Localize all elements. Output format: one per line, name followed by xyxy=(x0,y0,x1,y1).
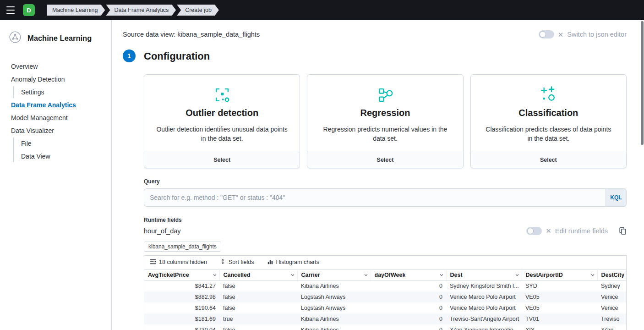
column-header-cancelled[interactable]: Cancelled xyxy=(219,269,297,280)
step-number-badge: 1 xyxy=(123,50,136,62)
vertical-scrollbar[interactable] xyxy=(641,21,644,145)
cell-destcityname: Venice xyxy=(597,292,626,302)
sort-fields-icon xyxy=(220,258,226,266)
table-row[interactable]: $181.69 true Kibana Airlines 0 Treviso-S… xyxy=(144,314,626,324)
sidebar-item-overview[interactable]: Overview xyxy=(7,60,104,72)
sidebar-item-settings[interactable]: Settings xyxy=(17,86,104,98)
toolbar-label: 18 columns hidden xyxy=(159,259,207,265)
breadcrumb: Machine Learning Data Frame Analytics Cr… xyxy=(47,5,219,16)
flights-table: AvgTicketPrice Cancelled Carrier dayOfWe… xyxy=(144,269,626,330)
cell-dayofweek: 0 xyxy=(371,324,446,330)
chevron-down-icon[interactable] xyxy=(290,272,295,278)
hamburger-menu-icon[interactable] xyxy=(6,6,16,14)
toolbar-label: Sort fields xyxy=(229,259,254,265)
json-editor-toggle-control: ✕ Switch to json editor xyxy=(539,30,627,38)
cross-icon: ✕ xyxy=(546,227,551,234)
main-content: Source data view: kibana_sample_data_fli… xyxy=(112,20,644,330)
cell-dest: Treviso-Sant'Angelo Airport xyxy=(446,314,522,324)
classification-icon xyxy=(483,85,614,105)
column-label: Dest xyxy=(450,272,463,278)
card-description: Outlier detection identifies unusual dat… xyxy=(156,125,288,143)
sidebar-item-data-visualizer[interactable]: Data Visualizer xyxy=(7,125,104,137)
cell-avgticketprice: $841.27 xyxy=(144,280,219,292)
select-classification-button[interactable]: Select xyxy=(471,152,626,168)
query-label: Query xyxy=(144,178,627,185)
sidebar-item-file[interactable]: File xyxy=(17,138,104,149)
cell-dest: Venice Marco Polo Airport xyxy=(446,302,522,314)
table-row[interactable]: $730.04 false Kibana Airlines 0 Xi'an Xi… xyxy=(144,324,626,330)
table-header-row: AvgTicketPrice Cancelled Carrier dayOfWe… xyxy=(144,269,626,280)
index-badge: kibana_sample_data_flights xyxy=(144,242,221,252)
chevron-down-icon[interactable] xyxy=(439,272,444,278)
histogram-charts-button[interactable]: Histogram charts xyxy=(267,258,319,266)
column-label: Cancelled xyxy=(224,272,251,278)
sidebar-subgroup-anomaly: Settings xyxy=(13,86,104,98)
columns-hidden-button[interactable]: 18 columns hidden xyxy=(150,258,207,266)
select-regression-button[interactable]: Select xyxy=(307,152,463,168)
card-outlier-detection[interactable]: Outlier detection Outlier detection iden… xyxy=(144,74,300,168)
breadcrumb-machine-learning[interactable]: Machine Learning xyxy=(47,5,105,16)
query-search-input[interactable] xyxy=(144,188,606,207)
breadcrumb-create-job[interactable]: Create job xyxy=(177,5,219,16)
runtime-field-value: hour_of_day xyxy=(144,227,181,235)
cell-destcityname: Treviso xyxy=(597,314,626,324)
cell-destcityname: Xi'an xyxy=(597,324,626,330)
breadcrumb-data-frame-analytics[interactable]: Data Frame Analytics xyxy=(106,5,176,16)
cell-dayofweek: 0 xyxy=(371,302,446,314)
cell-dest: Venice Marco Polo Airport xyxy=(446,292,522,302)
json-editor-toggle-label: Switch to json editor xyxy=(567,31,627,38)
cell-destairportid: SYD xyxy=(522,280,597,292)
space-avatar[interactable]: D xyxy=(23,4,35,16)
cell-dest: Xi'an Xianyang Internatio... xyxy=(446,324,522,330)
cell-destairportid: VE05 xyxy=(522,292,597,302)
toolbar-label: Histogram charts xyxy=(276,259,319,265)
cell-destcityname: Sydney xyxy=(597,280,626,292)
sidebar-item-model-management[interactable]: Model Management xyxy=(7,112,104,124)
kql-button[interactable]: KQL xyxy=(606,188,627,207)
cell-dayofweek: 0 xyxy=(371,292,446,302)
analytics-type-cards: Outlier detection Outlier detection iden… xyxy=(144,74,627,168)
cell-cancelled: false xyxy=(219,302,297,314)
table-row[interactable]: $190.64 false Logstash Airways 0 Venice … xyxy=(144,302,626,314)
cell-destcityname: Venice xyxy=(597,302,626,314)
data-grid-toolbar: 18 columns hidden Sort fields xyxy=(144,256,626,269)
page-title: Configuration xyxy=(144,50,627,62)
chevron-down-icon[interactable] xyxy=(590,272,595,278)
table-row[interactable]: $882.98 false Logstash Airways 0 Venice … xyxy=(144,292,626,302)
column-header-destairportid[interactable]: DestAirportID xyxy=(522,269,597,280)
cell-cancelled: false xyxy=(219,292,297,302)
card-classification[interactable]: Classification Classification predicts c… xyxy=(470,74,627,168)
cell-carrier: Logstash Airways xyxy=(297,302,371,314)
outlier-detection-icon xyxy=(156,85,288,105)
sidebar-item-data-view[interactable]: Data View xyxy=(17,150,104,162)
edit-runtime-fields-toggle-switch[interactable] xyxy=(526,227,542,235)
card-title: Outlier detection xyxy=(156,108,288,118)
sidebar-item-data-frame-analytics[interactable]: Data Frame Analytics xyxy=(7,99,104,111)
cell-cancelled: false xyxy=(219,324,297,330)
sort-fields-button[interactable]: Sort fields xyxy=(220,258,254,266)
cell-destairportid: VE05 xyxy=(522,302,597,314)
card-regression[interactable]: Regression Regression predicts numerical… xyxy=(307,74,463,168)
data-grid: 18 columns hidden Sort fields xyxy=(144,255,627,330)
select-outlier-detection-button[interactable]: Select xyxy=(144,152,300,168)
chevron-down-icon[interactable] xyxy=(212,272,218,278)
column-header-dayofweek[interactable]: dayOfWeek xyxy=(371,269,446,280)
regression-icon xyxy=(319,85,451,105)
column-header-carrier[interactable]: Carrier xyxy=(297,269,371,280)
column-header-avgticketprice[interactable]: AvgTicketPrice xyxy=(144,269,219,280)
chevron-down-icon[interactable] xyxy=(514,272,520,278)
table-row[interactable]: $841.27 false Kibana Airlines 0 Sydney K… xyxy=(144,280,626,292)
column-header-destcityname[interactable]: DestCityName xyxy=(597,269,626,280)
cell-carrier: Kibana Airlines xyxy=(297,314,371,324)
column-label: dayOfWeek xyxy=(375,272,406,278)
sidebar-item-anomaly-detection[interactable]: Anomaly Detection xyxy=(7,73,104,85)
top-navigation-bar: D Machine Learning Data Frame Analytics … xyxy=(0,0,644,20)
cell-avgticketprice: $882.98 xyxy=(144,292,219,302)
edit-runtime-fields-label: Edit runtime fields xyxy=(555,227,608,235)
column-header-dest[interactable]: Dest xyxy=(446,269,522,280)
chevron-down-icon[interactable] xyxy=(363,272,369,278)
cell-dest: Sydney Kingsford Smith I... xyxy=(446,280,522,292)
sidebar: Machine Learning Overview Anomaly Detect… xyxy=(0,20,112,330)
json-editor-toggle-switch[interactable] xyxy=(539,30,554,38)
clipboard-copy-icon[interactable] xyxy=(619,227,627,235)
